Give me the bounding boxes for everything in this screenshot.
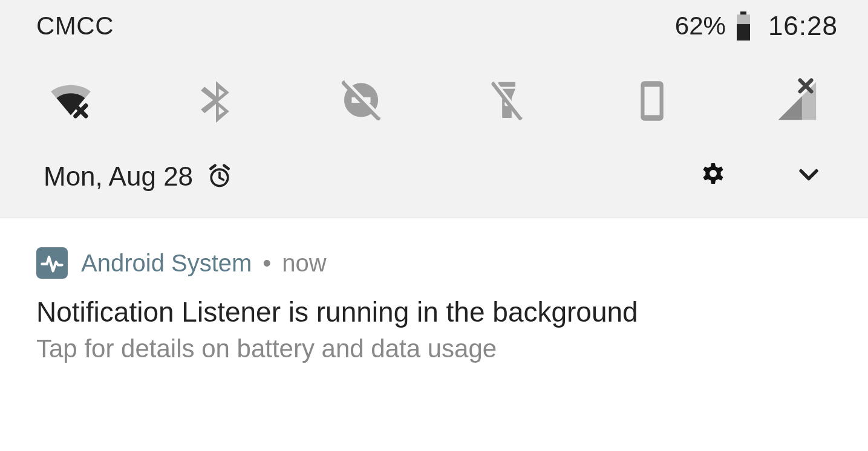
svg-line-21 (224, 166, 228, 169)
notification-title: Notification Listener is running in the … (36, 296, 834, 328)
svg-rect-0 (740, 11, 746, 15)
svg-line-19 (220, 178, 223, 180)
status-right-group: 62% 16:28 (675, 11, 838, 41)
cellular-toggle[interactable] (770, 75, 824, 129)
portrait-icon (628, 77, 676, 127)
settings-button[interactable] (699, 161, 728, 192)
svg-line-20 (210, 166, 215, 169)
alarm-icon (206, 163, 233, 190)
bluetooth-toggle[interactable] (189, 75, 243, 129)
notification-body: Tap for details on battery and data usag… (36, 334, 834, 363)
flashlight-toggle[interactable] (480, 75, 534, 129)
battery-percent: 62% (675, 11, 726, 41)
expand-button[interactable] (795, 162, 822, 191)
portrait-toggle[interactable] (625, 75, 679, 129)
gear-icon (699, 161, 728, 192)
bluetooth-icon (192, 77, 240, 127)
svg-rect-2 (737, 24, 750, 41)
carrier-label: CMCC (36, 11, 114, 41)
flashlight-off-icon (483, 77, 530, 127)
wifi-error-icon (47, 77, 94, 127)
date-label: Mon, Aug 28 (44, 161, 193, 192)
notification-app-name: Android System (81, 250, 252, 277)
do-not-disturb-off-icon (338, 77, 385, 127)
clock: 16:28 (768, 11, 838, 41)
wifi-toggle[interactable] (44, 75, 98, 129)
notification-card[interactable]: Android System • now Notification Listen… (0, 218, 868, 394)
svg-point-22 (710, 170, 717, 177)
svg-rect-9 (498, 82, 515, 87)
svg-rect-14 (644, 87, 659, 115)
chevron-down-icon (795, 162, 822, 191)
date-bar: Mon, Aug 28 (0, 151, 868, 218)
notification-time: now (282, 250, 326, 277)
dnd-toggle[interactable] (334, 75, 388, 129)
system-activity-icon (36, 247, 68, 279)
battery-icon (736, 11, 751, 41)
separator-dot: • (263, 250, 271, 277)
notification-header: Android System • now (36, 247, 834, 279)
status-bar: CMCC 62% 16:28 (0, 0, 868, 44)
quick-settings-panel: CMCC 62% 16:28 (0, 0, 868, 218)
signal-no-data-icon (774, 77, 821, 127)
quick-toggle-row (0, 44, 868, 151)
